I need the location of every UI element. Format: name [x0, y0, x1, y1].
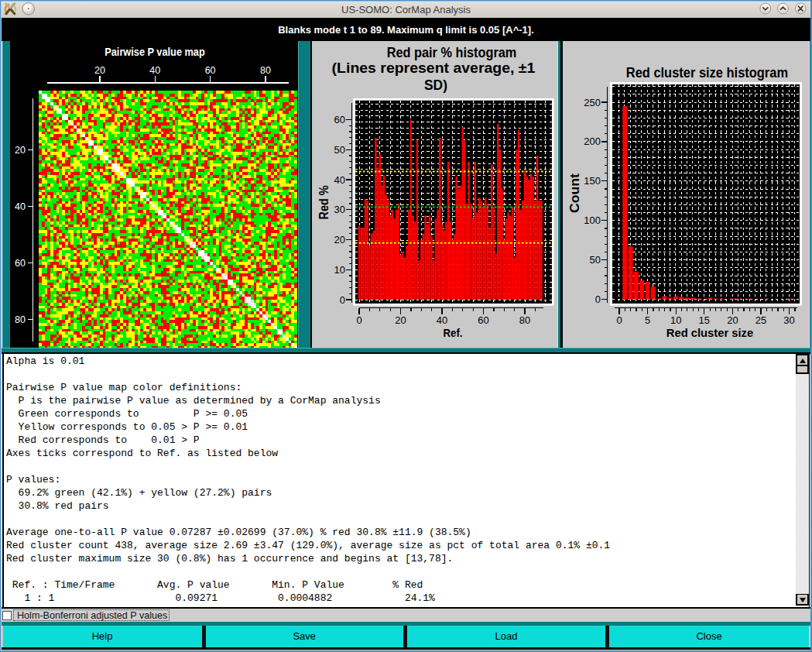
svg-text:Red pair % histogram: Red pair % histogram — [387, 45, 517, 60]
svg-text:50: 50 — [334, 144, 345, 156]
svg-text:10: 10 — [670, 314, 681, 326]
svg-text:Red cluster size histogram: Red cluster size histogram — [626, 65, 788, 81]
svg-text:100: 100 — [584, 214, 601, 226]
svg-text:20: 20 — [727, 314, 738, 326]
svg-text:5: 5 — [645, 314, 650, 326]
svg-text:40: 40 — [15, 201, 26, 212]
svg-text:Pairwise P value map: Pairwise P value map — [104, 46, 205, 58]
svg-text:60: 60 — [334, 114, 345, 125]
svg-text:40: 40 — [437, 314, 447, 326]
svg-text:80: 80 — [15, 314, 26, 325]
svg-text:Red cluster size: Red cluster size — [666, 326, 753, 339]
svg-text:0: 0 — [616, 314, 622, 326]
svg-text:80: 80 — [519, 314, 530, 326]
svg-text:20: 20 — [94, 65, 105, 76]
svg-text:60: 60 — [478, 314, 488, 326]
svg-text:Ref.: Ref. — [444, 326, 463, 339]
svg-text:15: 15 — [699, 314, 710, 326]
svg-text:20: 20 — [395, 314, 406, 326]
svg-text:25: 25 — [755, 314, 766, 326]
svg-text:20: 20 — [15, 145, 26, 156]
svg-text:(Lines represent average, ±1: (Lines represent average, ±1 — [332, 60, 536, 76]
svg-text:0: 0 — [340, 294, 345, 306]
svg-text:200: 200 — [584, 136, 601, 147]
svg-text:60: 60 — [205, 65, 216, 76]
svg-text:0: 0 — [356, 314, 361, 326]
svg-text:60: 60 — [15, 258, 26, 269]
svg-text:SD): SD) — [424, 77, 447, 93]
svg-text:50: 50 — [590, 254, 601, 266]
svg-text:Count: Count — [567, 173, 582, 213]
svg-text:250: 250 — [584, 97, 601, 108]
svg-text:150: 150 — [584, 175, 601, 187]
svg-text:40: 40 — [334, 174, 345, 186]
svg-text:20: 20 — [334, 234, 345, 245]
svg-text:30: 30 — [783, 314, 794, 326]
svg-text:0: 0 — [595, 293, 601, 305]
svg-text:40: 40 — [149, 65, 160, 76]
svg-text:30: 30 — [334, 204, 345, 215]
svg-text:80: 80 — [260, 65, 271, 76]
svg-text:Red %: Red % — [317, 186, 331, 220]
svg-text:10: 10 — [334, 264, 345, 276]
